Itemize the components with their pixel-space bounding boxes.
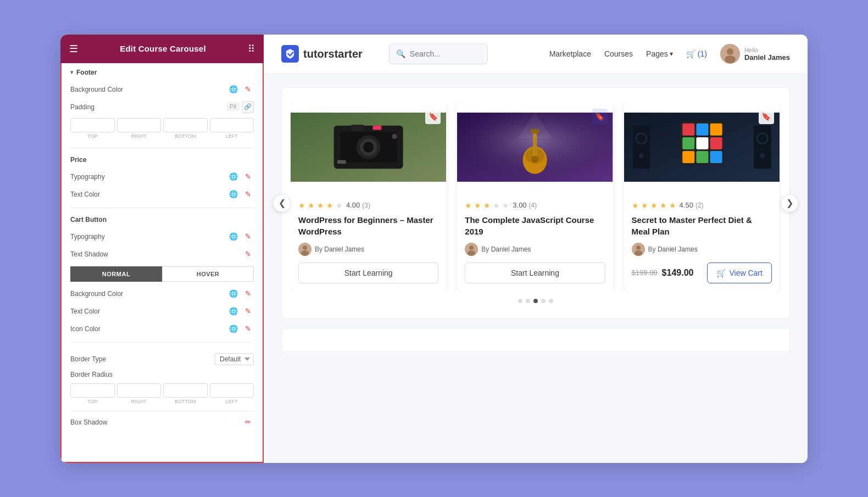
- price-typo-pencil-btn[interactable]: ✎: [242, 171, 254, 183]
- padding-bottom-input[interactable]: [163, 118, 208, 132]
- border-type-row: Border Type Default: [70, 350, 254, 368]
- icon-color-globe-btn[interactable]: 🌐: [227, 323, 240, 335]
- border-bottom-input[interactable]: [163, 383, 208, 398]
- tab-hover-btn[interactable]: HOVER: [162, 266, 254, 282]
- cart-count: (1): [698, 49, 707, 58]
- border-type-select[interactable]: Default: [215, 353, 254, 365]
- dot-3[interactable]: [533, 299, 538, 303]
- pages-chevron-icon: ▾: [670, 50, 673, 58]
- footer-section-title: ▾ Footer: [70, 69, 254, 76]
- border-left-input[interactable]: [210, 383, 254, 398]
- dot-1[interactable]: [518, 299, 522, 303]
- border-right-input[interactable]: [117, 383, 162, 398]
- svg-point-35: [637, 134, 646, 143]
- cart-button[interactable]: 🛒 (1): [686, 49, 707, 58]
- padding-row: Padding PX 🔗: [70, 98, 254, 116]
- svg-rect-45: [696, 151, 708, 163]
- cart-bg-color-controls: 🌐 ✎: [227, 288, 254, 300]
- price-typo-globe-btn[interactable]: 🌐: [227, 171, 240, 183]
- dot-5[interactable]: [549, 299, 553, 303]
- card-1-bookmark-btn[interactable]: 🔖: [425, 109, 441, 124]
- search-input[interactable]: [410, 49, 487, 58]
- padding-top-input[interactable]: [70, 118, 115, 132]
- svg-rect-44: [682, 151, 694, 163]
- divider-4: [70, 411, 254, 411]
- card-3-footer: $199.00 $149.00 🛒 View Cart: [632, 263, 772, 283]
- card-1-image: [291, 103, 446, 191]
- card-3-image: [624, 103, 780, 191]
- marketplace-link[interactable]: Marketplace: [549, 49, 591, 58]
- nav-search-box[interactable]: 🔍: [389, 43, 488, 64]
- right-content: tutorstarter 🔍 Marketplace Courses Pages…: [264, 35, 808, 463]
- hamburger-icon[interactable]: ☰: [69, 43, 78, 55]
- divider-2: [70, 208, 254, 208]
- card-3-img-wrapper: 🔖: [624, 103, 780, 193]
- px-badge: PX: [227, 103, 240, 111]
- card-2-bookmark-btn[interactable]: 🔖: [592, 109, 608, 124]
- dot-4[interactable]: [541, 299, 546, 303]
- card-2-image: [457, 103, 613, 191]
- cart-txt-globe-btn[interactable]: 🌐: [227, 305, 240, 317]
- padding-top-label: TOP: [70, 133, 115, 139]
- border-bottom-label: BOTTOM: [163, 399, 208, 404]
- padding-left-input[interactable]: [210, 118, 254, 132]
- border-top-input[interactable]: [70, 383, 115, 398]
- price-color-globe-btn[interactable]: 🌐: [227, 188, 240, 200]
- text-shadow-pencil-btn[interactable]: ✎: [242, 248, 254, 260]
- card-2-start-learning-btn[interactable]: Start Learning: [465, 263, 605, 283]
- svg-point-3: [725, 55, 736, 63]
- divider-3: [70, 342, 254, 343]
- card-3-bookmark-btn[interactable]: 🔖: [759, 109, 774, 124]
- icon-color-label: Icon Color: [70, 325, 227, 333]
- box-shadow-pencil-btn[interactable]: ✏: [242, 416, 254, 428]
- padding-right-input[interactable]: [117, 118, 162, 132]
- card-3-body: ★ ★ ★ ★ ★ 4.50 (2) Secret to Master Perf…: [624, 193, 780, 291]
- card-3-view-cart-btn[interactable]: 🛒 View Cart: [707, 263, 771, 283]
- icon-color-controls: 🌐 ✎: [227, 323, 254, 335]
- border-radius-grid: TOP RIGHT BOTTOM LEFT: [70, 381, 254, 409]
- card-1-start-learning-btn[interactable]: Start Learning: [298, 263, 438, 283]
- card-2-reviews: (4): [529, 202, 537, 209]
- text-shadow-label: Text Shadow: [70, 250, 242, 258]
- footer-section: ▾ Footer Background Color 🌐 ✎ Padding PX: [62, 63, 263, 146]
- chevron-icon[interactable]: ▾: [70, 69, 73, 75]
- pages-link[interactable]: Pages ▾: [646, 49, 673, 58]
- grid-icon[interactable]: ⠿: [248, 43, 255, 55]
- padding-left-box: LEFT: [210, 118, 254, 139]
- border-type-section: Border Type Default Border Radius TOP: [62, 345, 263, 433]
- card-1-author-avatar: [298, 243, 311, 256]
- star-icon: ★: [308, 201, 315, 210]
- bg-color-globe-btn[interactable]: 🌐: [227, 83, 240, 96]
- card-3-stars-row: ★ ★ ★ ★ ★ 4.50 (2): [632, 201, 772, 210]
- svg-rect-13: [337, 160, 346, 163]
- card-3-author: By Daniel James: [632, 243, 772, 256]
- border-radius-row: Border Radius: [70, 368, 254, 381]
- bg-color-pencil-btn[interactable]: ✎: [242, 83, 254, 96]
- cart-typo-pencil-btn[interactable]: ✎: [242, 231, 254, 243]
- dot-2[interactable]: [526, 299, 530, 303]
- cart-section-title: Cart Button: [70, 216, 254, 224]
- courses-link[interactable]: Courses: [604, 49, 633, 58]
- svg-point-2: [727, 48, 733, 55]
- cart-bg-globe-btn[interactable]: 🌐: [227, 288, 240, 300]
- padding-link-btn[interactable]: 🔗: [242, 101, 254, 113]
- card-3-rating: 4.50: [680, 201, 693, 209]
- card-1-author-name: By Daniel James: [315, 245, 364, 253]
- price-text-color-row: Text Color 🌐 ✎: [70, 186, 254, 203]
- carousel-next-btn[interactable]: ❯: [781, 194, 798, 212]
- tab-normal-btn[interactable]: NORMAL: [70, 266, 162, 282]
- cart-typo-globe-btn[interactable]: 🌐: [227, 231, 240, 243]
- cart-txt-pencil-btn[interactable]: ✎: [242, 305, 254, 317]
- card-2-author-avatar: [465, 243, 478, 256]
- star-icon: ★: [641, 201, 648, 210]
- icon-color-pencil-btn[interactable]: ✎: [242, 323, 254, 335]
- svg-rect-47: [754, 125, 771, 169]
- padding-left-label: LEFT: [210, 133, 254, 139]
- carousel-prev-btn[interactable]: ❮: [273, 194, 291, 212]
- svg-rect-40: [710, 123, 722, 135]
- price-color-pencil-btn[interactable]: ✎: [242, 188, 254, 200]
- normal-hover-tabs: NORMAL HOVER: [70, 266, 254, 282]
- text-shadow-row: Text Shadow ✎: [70, 245, 254, 263]
- cart-bg-pencil-btn[interactable]: ✎: [242, 288, 254, 300]
- svg-rect-42: [696, 137, 708, 149]
